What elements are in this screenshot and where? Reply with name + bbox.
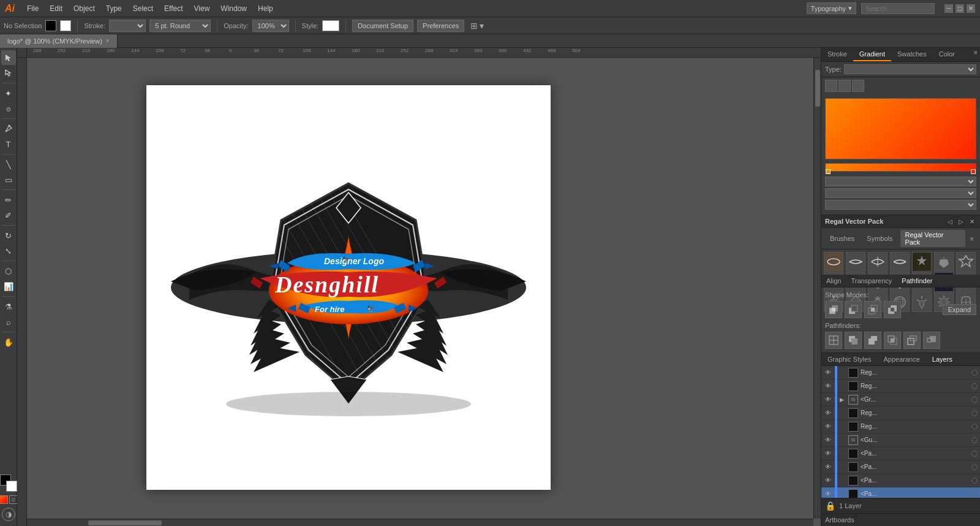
- align-tab[interactable]: Align: [821, 275, 846, 287]
- gradient-radial-btn[interactable]: [839, 80, 851, 92]
- layer-visibility-toggle[interactable]: 👁: [824, 368, 832, 377]
- layer-visibility-toggle[interactable]: 👁: [824, 436, 832, 444]
- layers-tab[interactable]: Layers: [926, 353, 959, 365]
- rectangle-tool-button[interactable]: ▭: [1, 172, 16, 187]
- crop-button[interactable]: [884, 332, 901, 349]
- gradient-bar[interactable]: [825, 163, 976, 172]
- vector-item-5[interactable]: [912, 252, 932, 272]
- layer-target-dot[interactable]: [971, 478, 978, 484]
- preferences-button[interactable]: Preferences: [417, 20, 464, 32]
- menu-view[interactable]: View: [189, 3, 215, 14]
- layer-visibility-toggle[interactable]: 👁: [824, 409, 832, 417]
- layer-visibility-toggle[interactable]: 👁: [824, 449, 832, 458]
- swatches-tab[interactable]: Swatches: [891, 48, 933, 61]
- vector-item-6[interactable]: [934, 252, 954, 272]
- layer-row[interactable]: 👁 <Pa...: [821, 474, 980, 487]
- symbols-tab[interactable]: Symbols: [862, 234, 897, 243]
- layer-target-dot[interactable]: [971, 437, 978, 443]
- layer-row[interactable]: 👁 <Pa...: [821, 460, 980, 474]
- canvas-viewport[interactable]: Designer Logo Desnghill: [27, 58, 813, 519]
- background-color[interactable]: [6, 481, 17, 492]
- minus-back-button[interactable]: [923, 332, 940, 349]
- selection-tool-button[interactable]: [1, 50, 16, 65]
- horizontal-scrollbar[interactable]: [27, 519, 813, 526]
- vector-panel-prev[interactable]: ◁: [946, 217, 954, 226]
- vertical-scroll-thumb[interactable]: [815, 70, 820, 107]
- graphic-styles-tab[interactable]: Graphic Styles: [821, 353, 878, 365]
- menu-file[interactable]: File: [22, 3, 43, 14]
- layer-row[interactable]: 👁 ▶ G <Gr...: [821, 393, 980, 406]
- layer-target-dot[interactable]: [971, 383, 978, 389]
- menu-type[interactable]: Type: [101, 3, 127, 14]
- layer-target-dot[interactable]: [971, 370, 978, 376]
- gradient-stop-left[interactable]: [826, 169, 831, 174]
- menu-window[interactable]: Window: [216, 3, 252, 14]
- vector-panel-close[interactable]: ✕: [968, 217, 976, 226]
- trim-button[interactable]: [845, 332, 862, 349]
- gradient-tab[interactable]: Gradient: [853, 48, 891, 61]
- vector-tab-menu[interactable]: ≡: [968, 234, 976, 243]
- horizontal-scroll-thumb[interactable]: [88, 520, 162, 525]
- layer-visibility-toggle[interactable]: 👁: [824, 490, 832, 498]
- minimize-button[interactable]: ─: [944, 4, 953, 13]
- layer-row[interactable]: 👁 <Pa...: [821, 487, 980, 498]
- unite-button[interactable]: [825, 301, 842, 318]
- hand-tool-button[interactable]: ✋: [1, 335, 16, 349]
- menu-effect[interactable]: Effect: [159, 3, 187, 14]
- gradient-type-select[interactable]: [844, 64, 976, 74]
- lasso-tool-button[interactable]: ⌾: [1, 101, 16, 116]
- gradient-linear-btn[interactable]: [825, 80, 837, 92]
- panel-arrange-icon[interactable]: ⊞: [470, 21, 478, 31]
- stroke-tab[interactable]: Stroke: [821, 48, 853, 61]
- layer-row[interactable]: 👁 Reg...: [821, 420, 980, 433]
- gradient-opacity-select[interactable]: [825, 188, 976, 198]
- layer-target-dot[interactable]: [971, 464, 978, 470]
- pathfinder-tab[interactable]: Pathfinder: [897, 275, 937, 287]
- doc-tab-close[interactable]: ×: [106, 37, 110, 44]
- intersect-button[interactable]: [864, 301, 881, 318]
- panel-options-icon[interactable]: ▾: [480, 21, 484, 31]
- zoom-tool-button[interactable]: ⌕: [1, 314, 16, 329]
- brushes-tab[interactable]: Brushes: [825, 234, 859, 243]
- exclude-button[interactable]: [884, 301, 901, 318]
- stroke-weight-select[interactable]: [109, 20, 146, 32]
- magic-wand-tool-button[interactable]: ✦: [1, 86, 16, 101]
- menu-help[interactable]: Help: [253, 3, 278, 14]
- close-button[interactable]: ✕: [967, 4, 975, 13]
- document-tab[interactable]: logo* @ 100% (CMYK/Preview) ×: [0, 34, 118, 48]
- stroke-style-select[interactable]: 5 pt. Round: [149, 20, 211, 32]
- eyedropper-tool-button[interactable]: ⚗: [1, 299, 16, 314]
- layer-target-dot[interactable]: [971, 451, 978, 457]
- layer-row[interactable]: 👁 Reg...: [821, 366, 980, 379]
- scale-tool-button[interactable]: ⤡: [1, 243, 16, 258]
- gradient-stop-right[interactable]: [971, 169, 976, 174]
- search-input[interactable]: [861, 3, 935, 14]
- gradient-fill-swatch[interactable]: [0, 495, 8, 504]
- divide-button[interactable]: [825, 332, 842, 349]
- vector-item-3[interactable]: [868, 252, 888, 272]
- expand-button[interactable]: Expand: [943, 304, 976, 315]
- pencil-tool-button[interactable]: ✐: [1, 208, 16, 223]
- layer-target-dot[interactable]: [971, 397, 978, 403]
- gradient-freeform-btn[interactable]: [852, 80, 864, 92]
- merge-button[interactable]: [864, 332, 881, 349]
- menu-select[interactable]: Select: [128, 3, 158, 14]
- style-swatch[interactable]: [322, 20, 339, 31]
- vector-item-1[interactable]: [824, 252, 843, 272]
- vertical-scrollbar[interactable]: [813, 58, 821, 519]
- color-mode-button[interactable]: ◑: [2, 508, 15, 521]
- pen-tool-button[interactable]: [1, 121, 16, 136]
- layer-visibility-toggle[interactable]: 👁: [824, 395, 832, 404]
- vector-item-7[interactable]: [956, 252, 976, 272]
- gradient-angle-select[interactable]: [825, 177, 976, 186]
- line-tool-button[interactable]: ╲: [1, 157, 16, 172]
- stroke-color-swatch[interactable]: [60, 20, 71, 31]
- layer-row[interactable]: 👁 Reg...: [821, 406, 980, 420]
- layer-visibility-toggle[interactable]: 👁: [824, 382, 832, 391]
- layer-row[interactable]: 👁 <Pa...: [821, 447, 980, 460]
- regal-vector-tab[interactable]: Regal Vector Pack: [900, 230, 965, 247]
- menu-edit[interactable]: Edit: [45, 3, 67, 14]
- direct-selection-tool-button[interactable]: [1, 66, 16, 80]
- gradient-preview-swatch[interactable]: [825, 98, 976, 159]
- opacity-select[interactable]: 100%: [252, 20, 289, 32]
